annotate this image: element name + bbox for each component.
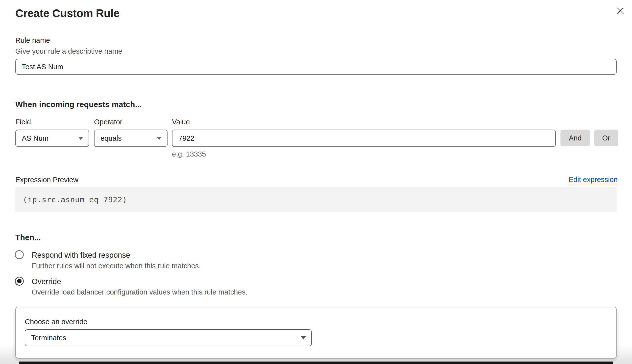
override-select-value: Terminates [31,334,66,342]
expression-preview-box: (ip.src.asnum eq 7922) [15,187,617,212]
field-label: Field [15,118,31,126]
field-select[interactable]: AS Num [15,130,89,147]
value-input[interactable] [172,130,556,147]
operator-select[interactable]: equals [94,130,168,147]
page-title: Create Custom Rule [15,7,120,20]
edit-expression-link[interactable]: Edit expression [569,176,618,184]
operator-select-value: equals [101,134,122,142]
and-button[interactable]: And [560,130,590,146]
expression-code: (ip.src.asnum eq 7922) [23,195,127,204]
or-button[interactable]: Or [594,130,618,146]
radio-override-helper: Override load balancer configuration val… [32,288,247,296]
chevron-down-icon [301,336,306,340]
choose-override-label: Choose an override [25,318,87,326]
override-select[interactable]: Terminates [25,330,312,346]
radio-respond-fixed-response-label: Respond with fixed response [32,251,130,260]
radio-respond-fixed-response-helper: Further rules will not execute when this… [32,262,201,270]
rule-name-helper: Give your rule a descriptive name [15,47,122,56]
value-hint: e.g. 13335 [172,150,206,158]
value-label: Value [172,118,190,126]
then-heading: Then... [15,233,41,242]
rule-name-input[interactable] [15,59,617,75]
operator-label: Operator [94,118,122,126]
expression-preview-label: Expression Preview [15,176,79,184]
chevron-down-icon [157,137,162,140]
chevron-down-icon [78,137,83,140]
radio-override-label: Override [32,277,61,286]
match-heading: When incoming requests match... [15,100,142,109]
close-icon [616,12,624,16]
radio-override[interactable] [15,277,24,286]
field-select-value: AS Num [22,134,49,142]
rule-name-label: Rule name [15,36,50,45]
radio-selected-dot [17,279,22,284]
close-button[interactable] [614,4,627,18]
radio-respond-fixed-response[interactable] [15,250,24,259]
background-window-edge [19,362,613,364]
